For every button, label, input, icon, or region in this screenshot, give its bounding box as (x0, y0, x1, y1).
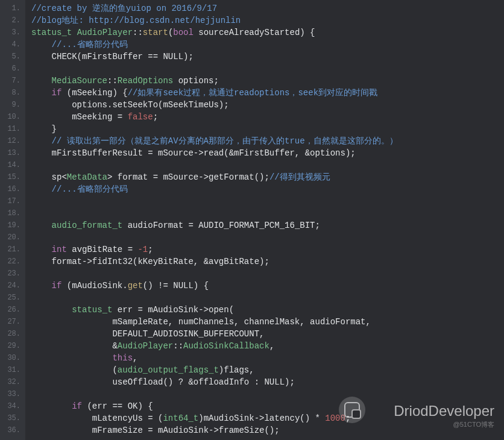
line-number: 17. (4, 195, 20, 207)
line-number: 14. (4, 159, 20, 171)
line-number: 34. (4, 400, 20, 412)
code-line: &AudioPlayer::AudioSinkCallback, (31, 340, 398, 352)
gutter: 1.2.3.4.5.6.7.8.9.10.11.12.13.14.15.16.1… (0, 0, 25, 440)
line-number: 28. (4, 328, 20, 340)
code-token: (mSeeking) { (61, 88, 127, 98)
code-line: status_t AudioPlayer::start(bool sourceA… (31, 27, 398, 39)
line-number: 15. (4, 171, 20, 183)
code-line (31, 63, 398, 75)
line-number: 12. (4, 135, 20, 147)
code-line: mSampleRate, numChannels, channelMask, a… (31, 316, 398, 328)
code-token: format->fidInt32(kKeyBitRate, &avgBitRat… (31, 257, 269, 266)
code-token: mFrameSize = mAudioSink->frameSize(); (31, 426, 280, 435)
line-number: 20. (4, 231, 20, 244)
code-token (31, 184, 52, 194)
code-line: // 读取出第一部分（就是之前AV分离的A那部分，由于传入的true，自然就是这… (31, 135, 398, 147)
line-number: 35. (4, 412, 20, 424)
code-token: MetaData (67, 172, 107, 182)
code-token: AudioSinkCallback (183, 341, 269, 351)
code-token: avgBitRate = (67, 245, 138, 254)
code-token: () != NULL) { (143, 281, 209, 291)
code-token: //create by 逆流的鱼yuiop on 2016/9/17 (31, 4, 217, 13)
line-number: 29. (4, 340, 20, 352)
code-token: ( (31, 365, 118, 375)
code-line: sp<MetaData> format = mSource->getFormat… (31, 171, 398, 183)
code-line: format->fidInt32(kKeyBitRate, &avgBitRat… (31, 256, 398, 268)
code-area: //create by 逆流的鱼yuiop on 2016/9/17//blog… (25, 0, 398, 440)
code-token: mLatencyUs = ( (31, 413, 163, 423)
code-token: mFirstBufferResult = mSource->read(&mFir… (31, 148, 356, 158)
code-token: ; (153, 112, 158, 122)
code-line: //...省略部分代码 (31, 39, 398, 51)
code-token (31, 353, 112, 363)
line-number: 4. (4, 39, 20, 51)
code-token: bool (173, 28, 194, 37)
code-line (31, 388, 398, 400)
line-number: 31. (4, 364, 20, 376)
code-token: :: (133, 28, 143, 37)
line-number: 10. (4, 111, 20, 123)
code-token: options; (173, 76, 219, 86)
code-line: mFrameSize = mAudioSink->frameSize(); (31, 424, 398, 436)
code-token: )flags, (219, 365, 254, 375)
code-line: //blog地址: http://blog.csdn.net/hejjunlin (31, 14, 398, 27)
code-line: (audio_output_flags_t)flags, (31, 364, 398, 376)
line-number: 7. (4, 75, 20, 87)
code-token: //blog地址: http://blog.csdn.net/hejjunlin (31, 16, 241, 25)
code-token: -1 (137, 245, 148, 254)
code-token: if (52, 88, 62, 98)
code-token: ReadOptions (118, 76, 173, 86)
code-token: this (112, 353, 133, 363)
code-line: } (31, 123, 398, 135)
code-token: AudioPlayer (118, 341, 173, 351)
code-token (31, 305, 72, 315)
line-number: 25. (4, 292, 20, 304)
line-number: 27. (4, 316, 20, 328)
code-token: if (72, 401, 82, 411)
code-token: //...省略部分代码 (52, 40, 128, 49)
code-line: mFirstBufferResult = mSource->read(&mFir… (31, 147, 398, 159)
line-number: 36. (4, 424, 20, 436)
code-token: mSeeking = (31, 112, 128, 122)
line-number: 26. (4, 304, 20, 316)
code-token: useOffload() ? &offloadInfo : NULL); (31, 377, 295, 387)
code-token: audioFormat = AUDIO_FORMAT_PCM_16_BIT; (122, 221, 320, 230)
line-number: 33. (4, 388, 20, 400)
code-token: if (52, 281, 62, 291)
code-token (31, 88, 52, 98)
code-token: int (52, 245, 67, 254)
code-line: options.setSeekTo(mSeekTimeUs); (31, 99, 398, 111)
watermark-main: DriodDeveloper (394, 403, 494, 420)
code-token: )mAudioSink->latency() * (198, 413, 325, 423)
line-number: 5. (4, 51, 20, 63)
line-number: 19. (4, 219, 20, 231)
line-number: 30. (4, 352, 20, 364)
code-line: status_t err = mAudioSink->open( (31, 304, 398, 316)
line-number: 6. (4, 63, 20, 75)
code-line: if (mAudioSink.get() != NULL) { (31, 280, 398, 292)
line-number: 1. (4, 2, 20, 14)
code-line: CHECK(mFirstBuffer == NULL); (31, 51, 398, 63)
code-token (31, 40, 52, 49)
code-line (31, 159, 398, 171)
code-token (31, 76, 52, 86)
code-line: //...省略部分代码 (31, 183, 398, 195)
code-token (31, 245, 52, 254)
line-number: 22. (4, 256, 20, 268)
code-line (31, 292, 398, 304)
code-token: & (31, 341, 118, 351)
code-line: //create by 逆流的鱼yuiop on 2016/9/17 (31, 2, 398, 14)
code-token: > format = mSource->getFormat(); (107, 172, 269, 182)
code-token: audio_format_t (52, 221, 123, 230)
line-number: 18. (4, 207, 20, 219)
code-token: //...省略部分代码 (52, 184, 128, 194)
code-line: DEFAULT_AUDIOSINK_BUFFERCOUNT, (31, 328, 398, 340)
code-line: mSeeking = false; (31, 111, 398, 123)
line-number: 8. (4, 87, 20, 99)
code-token: (mAudioSink. (61, 281, 127, 291)
code-token: get (128, 281, 143, 291)
code-line (31, 207, 398, 219)
code-line (31, 231, 398, 244)
code-token (31, 401, 72, 411)
code-token: //得到其视频元 (269, 172, 330, 182)
